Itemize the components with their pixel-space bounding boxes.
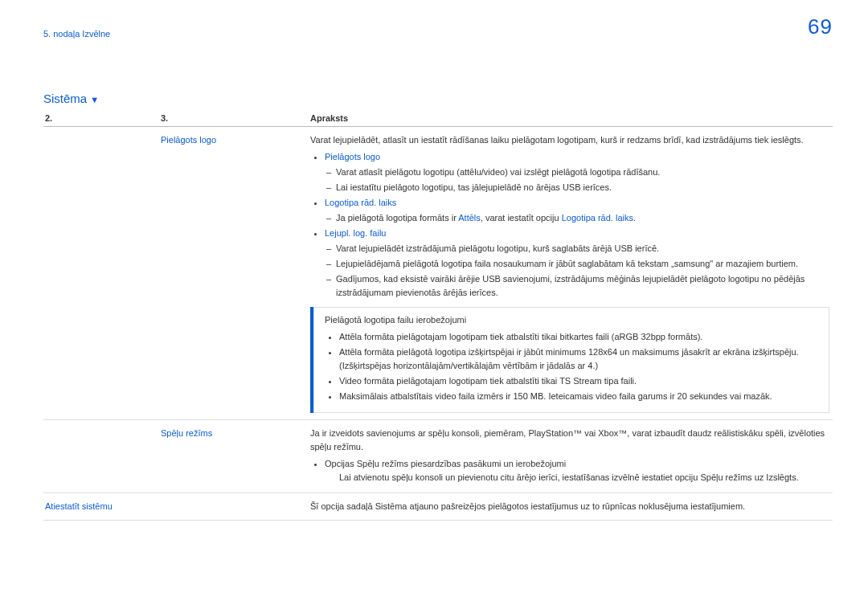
callout-title: Pielāgotā logotipa failu ierobežojumi (325, 313, 821, 327)
option-subtext: Lai atvienotu spēļu konsoli un pievienot… (339, 471, 829, 484)
breadcrumb-title: Izvēlne (82, 29, 110, 39)
list-item: Lejupl. log. failu Varat lejupielādēt iz… (325, 227, 829, 300)
col-header-2: 2. (43, 110, 159, 127)
cell-desc: Ja ir izveidots savienojums ar spēļu kon… (309, 419, 833, 492)
row-intro: Varat lejupielādēt, atlasīt un iestatīt … (310, 133, 829, 147)
breadcrumb: 5. nodaļa Izvēlne (43, 29, 833, 39)
option-label-plain: Opcijas Spēļu režīms piesardzības pasāku… (325, 459, 566, 468)
list-item: Opcijas Spēļu režīms piesardzības pasāku… (325, 457, 829, 484)
option-list: Opcijas Spēļu režīms piesardzības pasāku… (310, 457, 829, 484)
callout-list: Attēla formāta pielāgotajam logotipam ti… (325, 330, 821, 403)
cell-level2 (43, 127, 159, 420)
dash-item: Varat lejupielādēt izstrādājumā pielāgot… (336, 242, 829, 255)
cell-level2 (43, 419, 159, 492)
settings-table: 2. 3. Apraksts Pielāgots logo Varat leju… (43, 110, 833, 521)
col-header-apraksts: Apraksts (309, 110, 833, 127)
text-part: . (633, 213, 636, 223)
table-header-row: 2. 3. Apraksts (43, 110, 833, 127)
dash-item: Varat atlasīt pielāgotu logotipu (attēlu… (336, 166, 829, 179)
dash-item: Lai iestatītu pielāgoto logotipu, tas jā… (336, 181, 829, 194)
dash-list: Varat lejupielādēt izstrādājumā pielāgot… (325, 242, 829, 300)
table-row: Pielāgots logo Varat lejupielādēt, atlas… (43, 127, 833, 420)
option-label: Pielāgots logo (325, 152, 380, 161)
option-label: Lejupl. log. failu (325, 228, 386, 238)
cell-desc: Varat lejupielādēt, atlasīt un iestatīt … (309, 127, 833, 420)
callout-item: Maksimālais atbalstītais video faila izm… (339, 390, 821, 403)
caret-down-icon: ▼ (90, 95, 99, 104)
breadcrumb-prefix: 5. nodaļa (43, 29, 80, 39)
page-number: 69 (808, 14, 833, 39)
section-title: Sistēma ▼ (43, 92, 833, 105)
dash-item: Ja pielāgotā logotipa formāts ir Attēls,… (336, 211, 829, 225)
table-row: Atiestatīt sistēmu Šī opcija sadaļā Sist… (43, 492, 833, 520)
option-list: Pielāgots logo Varat atlasīt pielāgotu l… (310, 150, 829, 300)
dash-list: Ja pielāgotā logotipa formāts ir Attēls,… (325, 211, 829, 225)
dash-item: Gadījumos, kad eksistē vairāki ārējie US… (336, 272, 829, 300)
callout-item: Attēla formāta pielāgotajam logotipam ti… (339, 330, 821, 344)
callout-item: Attēla formāta pielāgotā logotipa izšķir… (339, 345, 821, 373)
col-header-3: 3. (159, 110, 309, 127)
list-item: Logotipa rād. laiks Ja pielāgotā logotip… (325, 196, 829, 225)
cell-desc: Šī opcija sadaļā Sistēma atjauno pašreiz… (309, 492, 833, 520)
table-row: Spēļu režīms Ja ir izveidots savienojums… (43, 419, 833, 492)
option-label: Logotipa rād. laiks (325, 198, 396, 207)
cell-level3: Pielāgots logo (159, 127, 309, 420)
text-part: , varat iestatīt opciju (481, 213, 562, 223)
row-intro: Ja ir izveidots savienojums ar spēļu kon… (310, 427, 829, 454)
callout-box: Pielāgotā logotipa failu ierobežojumi At… (310, 307, 829, 413)
text-part: Ja pielāgotā logotipa formāts ir (336, 213, 458, 223)
section-title-text: Sistēma (43, 92, 87, 105)
cell-level3 (159, 492, 309, 520)
inline-link: Logotipa rād. laiks (562, 213, 633, 223)
callout-item: Video formāta pielāgotajam logotipam tie… (339, 374, 821, 388)
document-page: 69 5. nodaļa Izvēlne Sistēma ▼ 2. 3. Apr… (0, 0, 868, 613)
dash-list: Varat atlasīt pielāgotu logotipu (attēlu… (325, 166, 829, 194)
list-item: Pielāgots logo Varat atlasīt pielāgotu l… (325, 150, 829, 194)
dash-item: Lejupielādējamā pielāgotā logotipa faila… (336, 257, 829, 271)
inline-link: Attēls (458, 213, 481, 223)
cell-level3: Spēļu režīms (159, 419, 309, 492)
cell-level2: Atiestatīt sistēmu (43, 492, 159, 520)
